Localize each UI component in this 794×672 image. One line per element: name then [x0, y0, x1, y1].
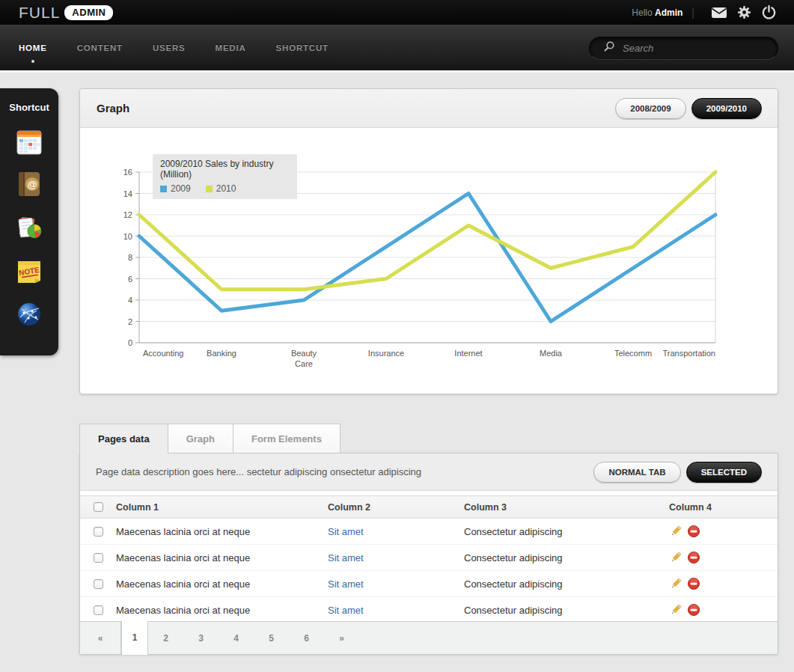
legend-swatch-2009 — [160, 186, 167, 192]
pagination: « 1 2 3 4 5 6 » — [80, 621, 778, 654]
pagination-prev[interactable]: « — [80, 622, 121, 655]
reports-icon[interactable] — [14, 213, 44, 243]
cell-col3: Consectetur adipiscing — [464, 571, 669, 597]
top-bar: FULL ADMIN Hello Admin | — [0, 0, 794, 25]
pagination-page-2[interactable]: 2 — [148, 622, 183, 655]
nav-item-media[interactable]: MEDIA — [216, 43, 246, 52]
legend-label-2009: 2009 — [171, 183, 191, 194]
contacts-icon[interactable]: @ — [14, 169, 44, 199]
svg-text:Care: Care — [295, 359, 313, 368]
data-table-wrap: Column 1 Column 2 Column 3 Column 4 Maec… — [80, 491, 778, 623]
pagination-page-5[interactable]: 5 — [254, 622, 289, 655]
cell-link[interactable]: Sit amet — [328, 526, 364, 537]
table-row: Maecenas lacinia orci at neque Sit amet … — [80, 519, 778, 545]
nav-item-users[interactable]: USERS — [153, 43, 186, 52]
delete-minus-icon[interactable] — [687, 577, 700, 590]
search-input[interactable] — [623, 43, 757, 54]
nav-item-label: CONTENT — [77, 43, 123, 52]
nav-item-home[interactable]: HOME — [19, 43, 47, 52]
edit-pencil-icon[interactable] — [669, 525, 682, 538]
notes-icon[interactable]: NOTE — [14, 256, 44, 286]
logo-text: FULL — [19, 4, 60, 22]
svg-text:14: 14 — [123, 189, 132, 198]
pages-data-panel: Page data description goes here... secte… — [79, 453, 778, 655]
main-nav: HOME CONTENT USERS MEDIA SHORTCUT — [0, 25, 794, 73]
cell-link[interactable]: Sit amet — [328, 552, 364, 563]
sidebar-title: Shortcut — [0, 88, 58, 113]
table-header-row: Column 1 Column 2 Column 3 Column 4 — [80, 496, 778, 519]
delete-minus-icon[interactable] — [687, 603, 700, 617]
table-row: Maecenas lacinia orci at neque Sit amet … — [80, 597, 778, 623]
cell-col1: Maecenas lacinia orci at neque — [116, 545, 328, 571]
delete-minus-icon[interactable] — [687, 525, 700, 538]
svg-text:Beauty: Beauty — [291, 349, 317, 358]
row-checkbox[interactable] — [94, 527, 103, 537]
chart-title: 2009/2010 Sales by industry (Million) — [160, 159, 290, 180]
cell-col3: Consectetur adipiscing — [464, 597, 669, 623]
row-checkbox[interactable] — [94, 553, 103, 563]
delete-minus-icon[interactable] — [687, 551, 700, 564]
column-2-header: Column 2 — [328, 496, 464, 519]
column-3-header: Column 3 — [464, 496, 669, 519]
svg-text:Banking: Banking — [207, 349, 236, 358]
pagination-next[interactable]: » — [324, 622, 359, 655]
select-all-checkbox[interactable] — [94, 502, 103, 512]
year-2008-2009-button[interactable]: 2008/2009 — [615, 98, 685, 119]
mail-icon[interactable] — [710, 5, 728, 20]
nav-item-shortcut[interactable]: SHORTCUT — [276, 43, 329, 52]
cell-col1: Maecenas lacinia orci at neque — [116, 571, 328, 597]
cell-link[interactable]: Sit amet — [328, 578, 364, 590]
power-icon[interactable] — [760, 5, 778, 20]
svg-text:12: 12 — [123, 210, 132, 219]
search-box[interactable] — [589, 37, 778, 60]
pagination-page-3[interactable]: 3 — [183, 622, 219, 655]
svg-text:Media: Media — [540, 349, 563, 358]
pagination-page-6[interactable]: 6 — [289, 622, 324, 655]
tab-bar: Pages data Graph Form Elements — [79, 424, 340, 453]
tab-description-strip: Page data description goes here... secte… — [80, 453, 778, 491]
svg-text:16: 16 — [123, 168, 132, 177]
table-row: Maecenas lacinia orci at neque Sit amet … — [80, 571, 778, 597]
selected-button[interactable]: SELECTED — [686, 462, 762, 483]
year-2009-2010-button[interactable]: 2009/2010 — [691, 98, 762, 119]
nav-item-content[interactable]: CONTENT — [77, 43, 123, 52]
calendar-icon[interactable] — [14, 127, 44, 157]
cell-col1: Maecenas lacinia orci at neque — [116, 597, 328, 623]
tab-pages-data[interactable]: Pages data — [79, 424, 168, 453]
row-checkbox[interactable] — [94, 579, 103, 589]
tab-form-elements[interactable]: Form Elements — [233, 424, 340, 453]
svg-text:Accounting: Accounting — [143, 349, 183, 358]
cell-col3: Consectetur adipiscing — [464, 545, 669, 571]
pagination-page-1[interactable]: 1 — [121, 621, 148, 655]
tab-graph[interactable]: Graph — [168, 424, 233, 453]
chart-legend: 2009/2010 Sales by industry (Million) 20… — [153, 154, 297, 199]
svg-text:Telecomm: Telecomm — [614, 349, 652, 358]
column-4-header: Column 4 — [669, 496, 778, 519]
nav-item-label: USERS — [153, 43, 186, 52]
cell-col1: Maecenas lacinia orci at neque — [116, 519, 328, 545]
edit-pencil-icon[interactable] — [669, 551, 682, 564]
svg-text:Insurance: Insurance — [368, 349, 404, 358]
row-checkbox[interactable] — [94, 605, 103, 615]
svg-text:Internet: Internet — [454, 349, 482, 358]
logo-badge: ADMIN — [64, 5, 113, 20]
table-row: Maecenas lacinia orci at neque Sit amet … — [80, 545, 778, 571]
svg-text:6: 6 — [128, 275, 132, 284]
graph-panel-title: Graph — [97, 102, 129, 114]
legend-item-2010: 2010 — [206, 183, 236, 194]
nav-item-label: MEDIA — [216, 43, 246, 52]
legend-item-2009: 2009 — [160, 183, 191, 194]
network-globe-icon[interactable] — [14, 299, 44, 329]
settings-gear-icon[interactable] — [735, 5, 753, 20]
normal-tab-button[interactable]: NORMAL TAB — [593, 462, 680, 483]
pagination-page-4[interactable]: 4 — [219, 622, 254, 655]
greeting-username: Admin — [655, 7, 682, 18]
cell-link[interactable]: Sit amet — [328, 605, 364, 616]
svg-text:Transportation: Transportation — [662, 349, 715, 358]
edit-pencil-icon[interactable] — [669, 603, 682, 617]
edit-pencil-icon[interactable] — [669, 577, 682, 590]
cell-col3: Consectetur adipiscing — [464, 519, 669, 545]
column-1-header: Column 1 — [116, 496, 328, 519]
svg-text:@: @ — [28, 179, 37, 190]
legend-label-2010: 2010 — [216, 183, 236, 194]
